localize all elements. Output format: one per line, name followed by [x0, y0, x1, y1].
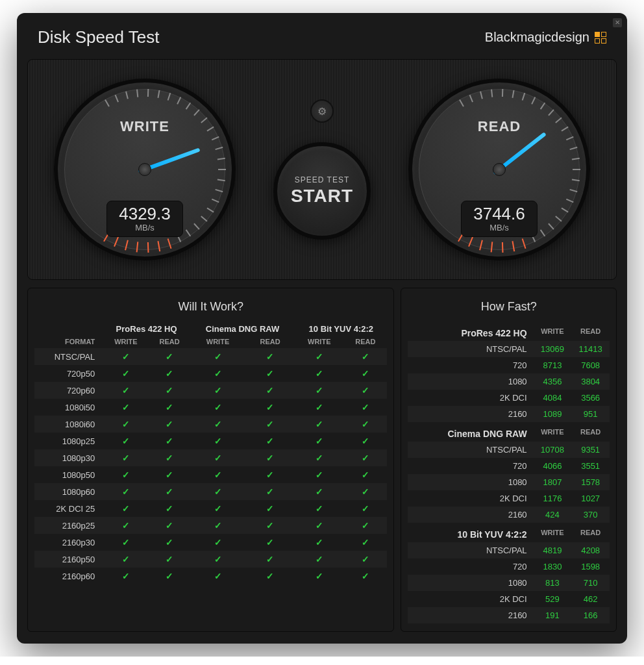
check-icon: ✓ — [245, 483, 295, 500]
brand-logo-icon — [595, 32, 606, 44]
check-icon: ✓ — [190, 348, 245, 365]
header: Disk Speed Test Blackmagicdesign — [17, 13, 627, 59]
write-fps: 1089 — [534, 406, 572, 422]
check-icon: ✓ — [190, 399, 245, 416]
check-icon: ✓ — [190, 483, 245, 500]
check-icon: ✓ — [103, 449, 149, 466]
resolution-label: 720 — [408, 357, 533, 373]
check-icon: ✓ — [295, 517, 343, 534]
brand-text: Blackmagicdesign — [485, 30, 589, 45]
check-icon: ✓ — [245, 466, 295, 483]
resolution-label: NTSC/PAL — [408, 442, 533, 458]
table-row: 2160p25✓✓✓✓✓✓ — [34, 517, 387, 534]
will-it-work-panel: Will It Work? ProRes 422 HQCinema DNG RA… — [27, 288, 394, 632]
check-icon: ✓ — [190, 365, 245, 382]
format-label: 1080p25 — [34, 433, 103, 449]
write-gauge: WRITE 4329.3 MB/s — [54, 79, 236, 260]
table-row: 2160p30✓✓✓✓✓✓ — [34, 534, 387, 551]
check-icon: ✓ — [295, 500, 343, 517]
read-unit: MB/s — [473, 223, 525, 232]
format-label: 2K DCI 25 — [34, 500, 103, 517]
resolution-label: 2K DCI — [408, 591, 533, 607]
check-icon: ✓ — [343, 382, 387, 399]
table-row: 2K DCI 25✓✓✓✓✓✓ — [34, 500, 387, 517]
format-label: 1080p30 — [34, 449, 103, 466]
gauge-panel: WRITE 4329.3 MB/s ⚙ SPEED TEST START REA… — [27, 59, 617, 280]
resolution-label: 2K DCI — [408, 490, 533, 507]
check-icon: ✓ — [103, 517, 149, 534]
resolution-label: 2160 — [408, 406, 533, 422]
check-icon: ✓ — [190, 534, 245, 551]
start-button[interactable]: SPEED TEST START — [273, 142, 371, 240]
check-icon: ✓ — [190, 449, 245, 466]
check-icon: ✓ — [295, 433, 343, 449]
resolution-label: 720 — [408, 458, 533, 474]
check-icon: ✓ — [295, 534, 343, 551]
check-icon: ✓ — [343, 517, 387, 534]
check-icon: ✓ — [343, 534, 387, 551]
close-icon[interactable]: ✕ — [613, 18, 622, 27]
how-fast-title: How Fast? — [408, 295, 610, 321]
will-it-work-table: ProRes 422 HQCinema DNG RAW10 Bit YUV 4:… — [34, 321, 387, 584]
resolution-label: NTSC/PAL — [408, 341, 533, 357]
write-value: 4329.3 — [119, 204, 171, 224]
check-icon: ✓ — [343, 466, 387, 483]
check-icon: ✓ — [149, 416, 190, 433]
check-icon: ✓ — [149, 534, 190, 551]
check-icon: ✓ — [295, 416, 343, 433]
check-icon: ✓ — [343, 551, 387, 568]
check-icon: ✓ — [103, 534, 149, 551]
table-row: 2160191166 — [408, 607, 610, 623]
check-icon: ✓ — [149, 449, 190, 466]
check-icon: ✓ — [190, 466, 245, 483]
table-row: 2K DCI11761027 — [408, 490, 610, 507]
resolution-label: 2160 — [408, 607, 533, 623]
table-row: 72040663551 — [408, 458, 610, 474]
codec-header: 10 Bit YUV 4:2:2 — [295, 321, 387, 335]
format-label: 2160p25 — [34, 517, 103, 534]
check-icon: ✓ — [149, 568, 190, 584]
resolution-label: 720 — [408, 558, 533, 575]
check-icon: ✓ — [295, 449, 343, 466]
read-readout: 3744.6 MB/s — [461, 201, 538, 237]
check-icon: ✓ — [295, 483, 343, 500]
read-fps: 1578 — [571, 474, 610, 490]
app-window: ✕ Disk Speed Test Blackmagicdesign WRITE… — [17, 13, 627, 644]
write-fps: 529 — [534, 591, 572, 607]
check-icon: ✓ — [245, 433, 295, 449]
write-fps: 4066 — [534, 458, 572, 474]
check-icon: ✓ — [149, 365, 190, 382]
codec-header: ProRes 422 HQ — [103, 321, 190, 335]
check-icon: ✓ — [343, 433, 387, 449]
write-fps: 4084 — [534, 390, 572, 406]
check-icon: ✓ — [190, 433, 245, 449]
write-gauge-label: WRITE — [120, 118, 169, 135]
table-row: 1080p50✓✓✓✓✓✓ — [34, 466, 387, 483]
check-icon: ✓ — [103, 551, 149, 568]
write-fps: 1176 — [534, 490, 572, 507]
check-icon: ✓ — [343, 483, 387, 500]
check-icon: ✓ — [245, 416, 295, 433]
check-icon: ✓ — [190, 551, 245, 568]
write-fps: 191 — [534, 607, 572, 623]
check-icon: ✓ — [149, 483, 190, 500]
write-fps: 4356 — [534, 373, 572, 390]
center-controls: ⚙ SPEED TEST START — [273, 99, 371, 240]
check-icon: ✓ — [103, 348, 149, 365]
read-fps: 370 — [571, 507, 610, 523]
read-fps: 3804 — [571, 373, 610, 390]
gear-icon[interactable]: ⚙ — [310, 99, 334, 123]
check-icon: ✓ — [295, 399, 343, 416]
codec-section: Cinema DNG RAW — [408, 422, 533, 442]
read-fps: 166 — [571, 607, 610, 623]
read-fps: 1598 — [571, 558, 610, 575]
write-fps: 1807 — [534, 474, 572, 490]
table-row: 2K DCI40843566 — [408, 390, 610, 406]
check-icon: ✓ — [245, 534, 295, 551]
format-label: NTSC/PAL — [34, 348, 103, 365]
table-row: 720p50✓✓✓✓✓✓ — [34, 365, 387, 382]
table-row: 2160p50✓✓✓✓✓✓ — [34, 551, 387, 568]
check-icon: ✓ — [103, 365, 149, 382]
format-label: 2160p60 — [34, 568, 103, 584]
read-fps: 462 — [571, 591, 610, 607]
